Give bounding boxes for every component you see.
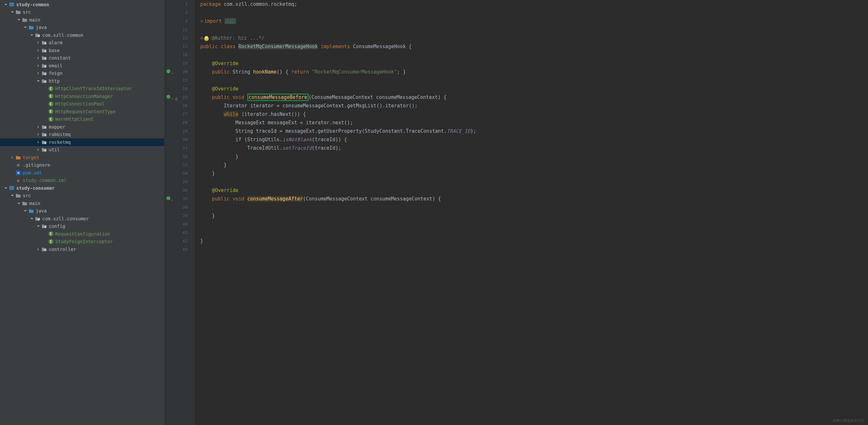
gutter-line: 11 bbox=[164, 25, 194, 34]
gutter-line: 40 bbox=[164, 220, 194, 228]
token: (traceId); bbox=[312, 145, 341, 151]
tree-item-config[interactable]: config bbox=[0, 223, 164, 230]
code-line[interactable]: ⊕import ... bbox=[200, 17, 868, 25]
code-line[interactable] bbox=[200, 51, 868, 59]
chevron-right-icon[interactable] bbox=[36, 247, 41, 252]
tree-item-study-common-iml[interactable]: ▦study-common.iml bbox=[0, 177, 164, 185]
chevron-right-icon[interactable] bbox=[36, 63, 41, 68]
tree-item-mapper[interactable]: mapper bbox=[0, 123, 164, 131]
tree-item-util[interactable]: util bbox=[0, 146, 164, 154]
tree-item-feign[interactable]: feign bbox=[0, 69, 164, 78]
code-line[interactable]: } bbox=[200, 169, 868, 178]
tree-item-http[interactable]: http bbox=[0, 77, 164, 85]
chevron-down-icon[interactable] bbox=[23, 25, 28, 30]
tree-item-main[interactable]: main bbox=[0, 199, 164, 207]
fold-icon[interactable]: ⊕ bbox=[200, 17, 204, 25]
tree-item-com-xzll-common[interactable]: com.xzll.common bbox=[0, 31, 164, 39]
code-line[interactable]: } bbox=[200, 211, 868, 220]
tree-item-rocketmq[interactable]: rocketmq bbox=[0, 138, 164, 146]
code-line[interactable]: } bbox=[200, 161, 868, 169]
tree-item-base[interactable]: base bbox=[0, 47, 164, 54]
project-tree[interactable]: study-commonsrcmainjavacom.xzll.commonal… bbox=[0, 0, 164, 425]
tree-item-httpconnectionmanager[interactable]: CHttpConnectionManager bbox=[0, 92, 164, 100]
chevron-down-icon[interactable] bbox=[29, 216, 34, 221]
tree-item-main[interactable]: main bbox=[0, 16, 164, 24]
chevron-down-icon[interactable] bbox=[23, 208, 28, 214]
token: hookName bbox=[253, 69, 277, 75]
code-line[interactable]: ⊕💡 @Author: hzz ...*/ bbox=[200, 34, 868, 42]
code-line[interactable]: } bbox=[200, 152, 868, 161]
code-line[interactable] bbox=[200, 76, 868, 85]
tree-item-rabbitmq[interactable]: rabbitmq bbox=[0, 131, 164, 139]
tree-item-httpclienttraceidinterceptor[interactable]: CHttpClientTraceIdInterceptor bbox=[0, 85, 164, 93]
code-line[interactable]: Iterator iterator = consumeMessageContex… bbox=[200, 102, 868, 110]
code-line[interactable] bbox=[200, 228, 868, 237]
chevron-down-icon[interactable] bbox=[36, 224, 41, 229]
code-line[interactable]: public void consumeMessageAfter(ConsumeM… bbox=[200, 195, 868, 203]
code-line[interactable]: String traceId = messageExt.getUserPrope… bbox=[200, 127, 868, 135]
code-line[interactable]: if (StringUtils.isNotBlank(traceId)) { bbox=[200, 135, 868, 144]
code-line[interactable]: } bbox=[200, 237, 868, 245]
chevron-right-icon[interactable] bbox=[36, 124, 41, 130]
chevron-down-icon[interactable] bbox=[16, 17, 22, 23]
tree-item-src[interactable]: src bbox=[0, 8, 164, 16]
tree-item-study-common[interactable]: study-common bbox=[0, 1, 164, 8]
code-line[interactable]: public String hookName() { return "Rocke… bbox=[200, 68, 868, 76]
tree-item-httprequestcontenttype[interactable]: EHttpRequestContentType bbox=[0, 108, 164, 115]
code-line[interactable]: package com.xzll.common.rocketmq; bbox=[200, 0, 868, 8]
chevron-down-icon[interactable] bbox=[10, 193, 15, 198]
tree-item-alarm[interactable]: alarm bbox=[0, 39, 164, 47]
class-c-icon: C bbox=[48, 239, 53, 244]
chevron-down-icon[interactable] bbox=[10, 9, 15, 15]
chevron-right-icon[interactable] bbox=[36, 132, 41, 137]
chevron-down-icon[interactable] bbox=[36, 79, 41, 84]
code-line[interactable]: public void consumeMessageBefore(Consume… bbox=[200, 93, 868, 102]
tree-item-studyfeigninterceptor[interactable]: CStudyFeignInterceptor bbox=[0, 238, 164, 246]
chevron-right-icon[interactable] bbox=[10, 155, 15, 160]
tree-item-java[interactable]: java bbox=[0, 24, 164, 32]
tree-item-java[interactable]: java bbox=[0, 207, 164, 215]
code-line[interactable]: MessageExt messageExt = iterator.next(); bbox=[200, 118, 868, 127]
tree-item-target[interactable]: target bbox=[0, 153, 164, 162]
tree-item-email[interactable]: email bbox=[0, 62, 164, 69]
chevron-right-icon[interactable] bbox=[36, 140, 41, 145]
code-line[interactable] bbox=[200, 203, 868, 211]
code-line[interactable] bbox=[200, 8, 868, 17]
code-line[interactable]: while (iterator.hasNext()) { bbox=[200, 110, 868, 118]
tree-item-warnhttpclient[interactable]: CWarnHttpClient bbox=[0, 115, 164, 123]
tree-item--gitignore[interactable]: ▤.gitignore bbox=[0, 162, 164, 169]
tree-item-src[interactable]: src bbox=[0, 192, 164, 200]
chevron-right-icon[interactable] bbox=[36, 40, 41, 45]
chevron-down-icon[interactable] bbox=[16, 201, 22, 206]
code-line[interactable]: public class RocketMqConsumerMessageHook… bbox=[200, 42, 868, 51]
tree-item-study-consumer[interactable]: study-consumer bbox=[0, 184, 164, 192]
code-line[interactable] bbox=[200, 25, 868, 34]
tree-item-controller[interactable]: controller bbox=[0, 245, 164, 253]
token: public bbox=[200, 196, 229, 202]
code-line[interactable] bbox=[200, 178, 868, 186]
chevron-down-icon[interactable] bbox=[29, 32, 34, 38]
code-line[interactable]: @Override bbox=[200, 59, 868, 68]
chevron-down-icon[interactable] bbox=[3, 2, 8, 7]
tree-item-com-xzll-consumer[interactable]: com.xzll.consumer bbox=[0, 215, 164, 223]
code-line[interactable]: @Override bbox=[200, 186, 868, 195]
tree-item-pom-xml[interactable]: mpom.xml bbox=[0, 169, 164, 177]
code-area[interactable]: package com.xzll.common.rocketmq;⊕import… bbox=[194, 0, 868, 425]
code-line[interactable]: @Override bbox=[200, 85, 868, 93]
gutter-line: 1 bbox=[164, 0, 194, 8]
package-icon bbox=[41, 147, 47, 152]
tree-item-requestconfiguration[interactable]: CRequestConfiguration bbox=[0, 230, 164, 238]
tree-item-constant[interactable]: constant bbox=[0, 54, 164, 62]
tree-item-label: main bbox=[29, 201, 40, 206]
code-line[interactable] bbox=[200, 220, 868, 228]
chevron-down-icon[interactable] bbox=[3, 186, 8, 191]
class-c-icon: C bbox=[48, 116, 53, 122]
code-line[interactable]: TraceIdUtil.setTraceId(traceId); bbox=[200, 144, 868, 152]
chevron-right-icon[interactable] bbox=[36, 70, 41, 76]
chevron-right-icon[interactable] bbox=[36, 147, 41, 152]
tree-item-httpconnectionpool[interactable]: CHttpConnectionPool bbox=[0, 100, 164, 108]
chevron-right-icon[interactable] bbox=[36, 55, 41, 60]
code-line[interactable] bbox=[200, 245, 868, 254]
bulb-icon[interactable]: 💡 bbox=[204, 36, 209, 41]
chevron-right-icon[interactable] bbox=[36, 48, 41, 53]
